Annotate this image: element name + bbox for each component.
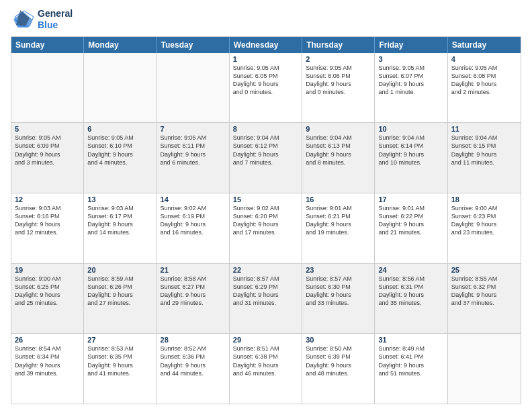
cell-line: Sunrise: 9:03 AM: [87, 204, 152, 212]
calendar-cell: 8Sunrise: 9:04 AMSunset: 6:12 PMDaylight…: [230, 123, 302, 193]
cell-line: Daylight: 9 hours: [233, 80, 298, 88]
day-number: 13: [87, 195, 152, 203]
day-number: 5: [15, 125, 80, 133]
weekday-header: Tuesday: [157, 37, 230, 53]
day-number: 14: [161, 195, 226, 203]
cell-line: Daylight: 9 hours: [161, 150, 226, 158]
calendar-cell: 17Sunrise: 9:01 AMSunset: 6:22 PMDayligh…: [375, 193, 447, 263]
calendar-cell: 27Sunrise: 8:53 AMSunset: 6:35 PMDayligh…: [84, 334, 157, 404]
cell-line: Daylight: 9 hours: [87, 291, 152, 299]
cell-line: Sunrise: 9:05 AM: [87, 134, 152, 142]
cell-line: Daylight: 9 hours: [87, 150, 152, 158]
cell-line: and 39 minutes.: [15, 369, 80, 377]
cell-line: and 48 minutes.: [306, 369, 371, 377]
cell-line: and 7 minutes.: [233, 158, 298, 167]
cell-line: Sunset: 6:34 PM: [15, 353, 80, 361]
calendar-cell: 2Sunrise: 9:05 AMSunset: 6:06 PMDaylight…: [302, 53, 375, 123]
logo: General Blue: [11, 8, 73, 31]
cell-line: Daylight: 9 hours: [161, 361, 226, 369]
cell-line: Daylight: 9 hours: [306, 150, 371, 158]
weekday-header: Friday: [375, 37, 447, 53]
calendar-row: 19Sunrise: 9:00 AMSunset: 6:25 PMDayligh…: [11, 263, 521, 334]
cell-line: Sunrise: 8:50 AM: [306, 345, 371, 353]
cell-line: Daylight: 9 hours: [306, 80, 371, 88]
cell-line: and 33 minutes.: [306, 299, 371, 307]
cell-line: and 14 minutes.: [87, 228, 152, 236]
day-number: 17: [378, 195, 443, 203]
day-number: 25: [451, 266, 517, 274]
logo-icon: [11, 9, 35, 30]
cell-line: Sunrise: 9:00 AM: [451, 204, 517, 212]
calendar-cell: 4Sunrise: 9:05 AMSunset: 6:08 PMDaylight…: [448, 53, 521, 123]
cell-line: and 19 minutes.: [306, 228, 371, 236]
cell-line: and 2 minutes.: [451, 88, 517, 96]
cell-line: Daylight: 9 hours: [378, 361, 443, 369]
day-number: 30: [306, 336, 371, 344]
cell-line: Sunrise: 9:00 AM: [15, 275, 80, 283]
day-number: 4: [451, 55, 517, 63]
weekday-header: Saturday: [448, 37, 521, 53]
cell-line: Daylight: 9 hours: [87, 220, 152, 228]
calendar-row: 12Sunrise: 9:03 AMSunset: 6:16 PMDayligh…: [11, 193, 521, 263]
cell-line: and 41 minutes.: [87, 369, 152, 377]
cell-line: Sunset: 6:26 PM: [87, 283, 152, 291]
cell-line: Daylight: 9 hours: [451, 150, 517, 158]
cell-line: and 37 minutes.: [451, 299, 517, 307]
calendar-cell: 28Sunrise: 8:52 AMSunset: 6:36 PMDayligh…: [157, 334, 230, 404]
cell-line: and 8 minutes.: [306, 158, 371, 167]
day-number: 2: [306, 55, 371, 63]
cell-line: Sunset: 6:20 PM: [233, 212, 298, 220]
calendar-cell: 11Sunrise: 9:04 AMSunset: 6:15 PMDayligh…: [448, 123, 521, 193]
cell-line: Daylight: 9 hours: [306, 361, 371, 369]
calendar-cell: 21Sunrise: 8:58 AMSunset: 6:27 PMDayligh…: [157, 264, 230, 334]
cell-line: and 21 minutes.: [378, 228, 443, 236]
cell-line: Sunset: 6:22 PM: [378, 212, 443, 220]
logo-text: General Blue: [38, 8, 73, 31]
day-number: 23: [306, 266, 371, 274]
cell-line: Sunset: 6:31 PM: [378, 283, 443, 291]
cell-line: and 4 minutes.: [87, 158, 152, 167]
cell-line: Sunset: 6:08 PM: [451, 72, 517, 80]
cell-line: and 6 minutes.: [161, 158, 226, 167]
cell-line: Sunrise: 9:02 AM: [233, 204, 298, 212]
cell-line: and 46 minutes.: [233, 369, 298, 377]
cell-line: Daylight: 9 hours: [233, 220, 298, 228]
cell-line: Sunrise: 9:04 AM: [233, 134, 298, 142]
calendar-cell: 20Sunrise: 8:59 AMSunset: 6:26 PMDayligh…: [84, 264, 157, 334]
calendar-cell: 1Sunrise: 9:05 AMSunset: 6:05 PMDaylight…: [230, 53, 302, 123]
cell-line: Sunset: 6:35 PM: [87, 353, 152, 361]
day-number: 10: [378, 125, 443, 133]
cell-line: and 31 minutes.: [233, 299, 298, 307]
day-number: 15: [233, 195, 298, 203]
calendar-cell: 23Sunrise: 8:57 AMSunset: 6:30 PMDayligh…: [302, 264, 375, 334]
cell-line: Sunrise: 8:51 AM: [233, 345, 298, 353]
day-number: 1: [233, 55, 298, 63]
calendar-cell: 19Sunrise: 9:00 AMSunset: 6:25 PMDayligh…: [11, 264, 84, 334]
cell-line: Sunset: 6:29 PM: [233, 283, 298, 291]
cell-line: Daylight: 9 hours: [15, 150, 80, 158]
cell-line: Daylight: 9 hours: [233, 361, 298, 369]
cell-line: Sunset: 6:39 PM: [306, 353, 371, 361]
calendar-cell: 9Sunrise: 9:04 AMSunset: 6:13 PMDaylight…: [302, 123, 375, 193]
calendar-cell: 6Sunrise: 9:05 AMSunset: 6:10 PMDaylight…: [84, 123, 157, 193]
cell-line: Sunrise: 9:04 AM: [306, 134, 371, 142]
cell-line: Sunset: 6:32 PM: [451, 283, 517, 291]
cell-line: Sunrise: 9:01 AM: [306, 204, 371, 212]
cell-line: Daylight: 9 hours: [233, 291, 298, 299]
day-number: 16: [306, 195, 371, 203]
day-number: 19: [15, 266, 80, 274]
day-number: 29: [233, 336, 298, 344]
cell-line: Sunrise: 8:56 AM: [378, 275, 443, 283]
cell-line: and 51 minutes.: [378, 369, 443, 377]
cell-line: Sunrise: 8:49 AM: [378, 345, 443, 353]
calendar-cell: [157, 53, 230, 123]
cell-line: Sunset: 6:16 PM: [15, 212, 80, 220]
day-number: 26: [15, 336, 80, 344]
cell-line: Sunrise: 9:05 AM: [233, 64, 298, 72]
cell-line: Sunset: 6:17 PM: [87, 212, 152, 220]
cell-line: Sunrise: 9:03 AM: [15, 204, 80, 212]
calendar: SundayMondayTuesdayWednesdayThursdayFrid…: [11, 36, 521, 404]
page: General Blue SundayMondayTuesdayWednesda…: [0, 0, 532, 411]
calendar-cell: 3Sunrise: 9:05 AMSunset: 6:07 PMDaylight…: [375, 53, 447, 123]
cell-line: Daylight: 9 hours: [233, 150, 298, 158]
